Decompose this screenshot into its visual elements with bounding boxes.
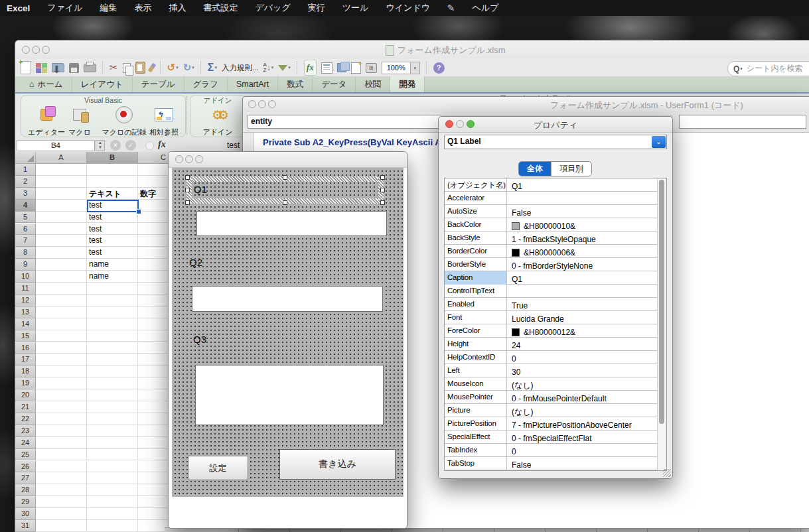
row-header-16[interactable]: 16 bbox=[15, 342, 36, 354]
row-header-21[interactable]: 21 bbox=[15, 401, 36, 413]
property-value[interactable]: 1 - fmBackStyleOpaque bbox=[508, 232, 658, 246]
cell-B3[interactable]: テキスト bbox=[87, 188, 138, 200]
properties-titlebar[interactable]: プロパティ bbox=[439, 117, 672, 133]
resize-grip-icon[interactable] bbox=[663, 469, 671, 477]
cell-A23[interactable] bbox=[36, 425, 87, 437]
media-icon[interactable] bbox=[337, 60, 346, 75]
script-menu-icon[interactable]: ✎ bbox=[447, 3, 455, 13]
menu-item-3[interactable]: 挿入 bbox=[169, 2, 186, 14]
print-icon[interactable] bbox=[84, 60, 96, 75]
property-row-TabIndex[interactable]: TabIndex0 bbox=[445, 444, 658, 457]
q1-label[interactable]: Q1 bbox=[194, 184, 207, 195]
cell-B31[interactable] bbox=[87, 520, 138, 532]
q1-label-selection[interactable]: Q1 bbox=[186, 176, 384, 204]
cell-A26[interactable] bbox=[36, 461, 87, 473]
property-value[interactable]: False bbox=[508, 457, 658, 471]
q3-textbox[interactable] bbox=[195, 365, 384, 425]
property-value[interactable]: &H80000012& bbox=[508, 324, 658, 339]
search-dropdown-arrow[interactable]: ▾ bbox=[740, 66, 743, 72]
userform-titlebar[interactable] bbox=[169, 152, 407, 168]
zoom-window-icon[interactable] bbox=[268, 100, 276, 108]
property-row-BorderColor[interactable]: BorderColor&H80000006& bbox=[445, 245, 658, 258]
row-header-17[interactable]: 17 bbox=[15, 354, 36, 366]
fx-builder-icon[interactable]: fx bbox=[304, 60, 317, 76]
cell-A30[interactable] bbox=[36, 508, 87, 520]
property-row-PicturePosition[interactable]: PicturePosition7 - fmPicturePositionAbov… bbox=[445, 417, 658, 431]
toolbox-icon[interactable]: ✦ bbox=[351, 60, 361, 75]
row-header-25[interactable]: 25 bbox=[15, 449, 36, 461]
help-icon[interactable]: ? bbox=[433, 60, 445, 75]
property-row-Caption[interactable]: CaptionQ1 bbox=[445, 271, 658, 285]
cell-B11[interactable] bbox=[87, 283, 138, 295]
resize-handle[interactable] bbox=[283, 200, 287, 205]
cell-B15[interactable] bbox=[87, 330, 138, 342]
property-value[interactable]: Q1 bbox=[508, 271, 658, 286]
cell-A17[interactable] bbox=[36, 354, 87, 366]
property-row-TabStop[interactable]: TabStopFalse bbox=[445, 457, 658, 470]
menu-item-8[interactable]: ウインドウ bbox=[386, 2, 430, 14]
cell-B19[interactable] bbox=[87, 377, 138, 389]
write-button[interactable]: 書き込み bbox=[279, 449, 396, 480]
menu-app-name[interactable]: Excel bbox=[7, 3, 30, 13]
confirm-entry-icon[interactable]: ✓ bbox=[125, 140, 136, 151]
tab-レイアウト[interactable]: レイアウト bbox=[72, 76, 133, 92]
cell-B12[interactable] bbox=[87, 295, 138, 306]
property-row-Accelerator[interactable]: Accelerator bbox=[445, 192, 658, 205]
close-icon[interactable] bbox=[248, 100, 256, 108]
tab-ホーム[interactable]: ⌂ホーム bbox=[21, 76, 72, 92]
scrollbar-thumb[interactable] bbox=[659, 180, 664, 424]
menu-item-6[interactable]: 実行 bbox=[308, 2, 325, 14]
cell-A15[interactable] bbox=[36, 330, 87, 342]
cell-B25[interactable] bbox=[87, 449, 138, 461]
row-header-27[interactable]: 27 bbox=[15, 472, 36, 484]
row-header-24[interactable]: 24 bbox=[15, 437, 36, 449]
property-row-BackColor[interactable]: BackColor&H80000010& bbox=[445, 218, 658, 232]
properties-tab-項目別[interactable]: 項目別 bbox=[552, 162, 591, 176]
property-value[interactable] bbox=[508, 285, 658, 299]
fill-handle[interactable] bbox=[136, 209, 141, 214]
resize-handle[interactable] bbox=[185, 188, 190, 192]
row-header-23[interactable]: 23 bbox=[15, 425, 36, 437]
property-row-Picture[interactable]: Picture(なし) bbox=[445, 404, 658, 417]
row-header-7[interactable]: 7 bbox=[15, 235, 36, 247]
redo-icon[interactable]: ↻▾ bbox=[183, 60, 194, 75]
cell-A31[interactable] bbox=[36, 520, 87, 532]
cell-A25[interactable] bbox=[36, 449, 87, 461]
property-row-Font[interactable]: FontLucida Grande bbox=[445, 311, 658, 324]
menu-item-4[interactable]: 書式設定 bbox=[204, 2, 238, 14]
cell-A27[interactable] bbox=[36, 472, 87, 484]
selected-cell-outline[interactable] bbox=[87, 200, 139, 212]
cell-B9[interactable]: name bbox=[87, 259, 138, 271]
addin-button[interactable]: ⚙⚙ アドイン bbox=[194, 104, 241, 137]
data-validation-button[interactable]: 入力規則... bbox=[222, 60, 259, 75]
save-icon[interactable] bbox=[69, 60, 79, 75]
property-row-MousePointer[interactable]: MousePointer0 - fmMousePointerDefault bbox=[445, 391, 658, 404]
q3-label[interactable]: Q3 bbox=[193, 334, 206, 345]
formula-value[interactable]: test bbox=[227, 141, 240, 150]
property-value[interactable]: 0 bbox=[508, 444, 658, 458]
cell-B7[interactable]: test bbox=[87, 235, 138, 247]
builder-dot-icon[interactable] bbox=[145, 141, 154, 150]
row-header-6[interactable]: 6 bbox=[15, 224, 36, 235]
close-icon[interactable] bbox=[22, 46, 30, 54]
scrollbar[interactable] bbox=[657, 178, 666, 470]
tab-テーブル[interactable]: テーブル bbox=[133, 76, 184, 92]
cell-B22[interactable] bbox=[87, 413, 138, 425]
row-header-15[interactable]: 15 bbox=[15, 330, 36, 342]
autosum-icon[interactable]: Σ▾ bbox=[208, 60, 217, 75]
property-row-SpecialEffect[interactable]: SpecialEffect0 - fmSpecialEffectFlat bbox=[445, 431, 658, 444]
menu-item-2[interactable]: 表示 bbox=[135, 2, 152, 14]
open-icon[interactable]: ⬇ bbox=[52, 60, 64, 75]
cell-A20[interactable] bbox=[36, 389, 87, 401]
paste-icon[interactable] bbox=[135, 60, 145, 75]
property-value[interactable]: 0 bbox=[508, 351, 658, 366]
cell-A29[interactable] bbox=[36, 496, 87, 508]
new-sheet-icon[interactable]: + bbox=[21, 60, 31, 75]
cell-B16[interactable] bbox=[87, 342, 138, 354]
tab-校閲[interactable]: 校閲 bbox=[356, 76, 390, 92]
cell-B8[interactable]: test bbox=[87, 247, 138, 259]
column-header-A[interactable]: A bbox=[36, 152, 87, 164]
tab-グラフ[interactable]: グラフ bbox=[184, 76, 228, 92]
minimize-icon[interactable] bbox=[258, 100, 266, 108]
cell-B5[interactable]: test bbox=[87, 212, 138, 224]
